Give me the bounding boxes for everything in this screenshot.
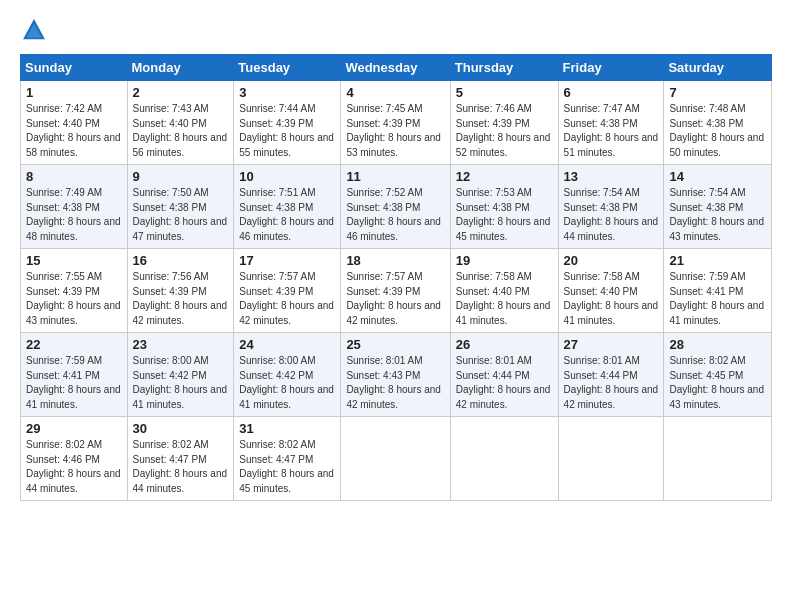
weekday-header-cell: Sunday — [21, 55, 128, 81]
day-number: 20 — [564, 253, 659, 268]
day-info: Sunrise: 8:02 AMSunset: 4:45 PMDaylight:… — [669, 355, 764, 410]
weekday-header-cell: Monday — [127, 55, 234, 81]
logo-icon — [20, 16, 48, 44]
calendar-cell: 7 Sunrise: 7:48 AMSunset: 4:38 PMDayligh… — [664, 81, 772, 165]
day-number: 25 — [346, 337, 444, 352]
weekday-header-cell: Saturday — [664, 55, 772, 81]
calendar-cell — [558, 417, 664, 501]
calendar-cell: 30 Sunrise: 8:02 AMSunset: 4:47 PMDaylig… — [127, 417, 234, 501]
calendar-cell — [450, 417, 558, 501]
day-number: 12 — [456, 169, 553, 184]
calendar-cell: 5 Sunrise: 7:46 AMSunset: 4:39 PMDayligh… — [450, 81, 558, 165]
calendar-cell: 16 Sunrise: 7:56 AMSunset: 4:39 PMDaylig… — [127, 249, 234, 333]
day-number: 24 — [239, 337, 335, 352]
calendar-cell — [664, 417, 772, 501]
day-number: 13 — [564, 169, 659, 184]
day-info: Sunrise: 7:47 AMSunset: 4:38 PMDaylight:… — [564, 103, 659, 158]
calendar-cell: 17 Sunrise: 7:57 AMSunset: 4:39 PMDaylig… — [234, 249, 341, 333]
page-header — [20, 16, 772, 44]
day-number: 18 — [346, 253, 444, 268]
calendar-cell: 1 Sunrise: 7:42 AMSunset: 4:40 PMDayligh… — [21, 81, 128, 165]
day-number: 4 — [346, 85, 444, 100]
day-info: Sunrise: 7:46 AMSunset: 4:39 PMDaylight:… — [456, 103, 551, 158]
day-number: 27 — [564, 337, 659, 352]
day-info: Sunrise: 7:58 AMSunset: 4:40 PMDaylight:… — [564, 271, 659, 326]
calendar-cell: 15 Sunrise: 7:55 AMSunset: 4:39 PMDaylig… — [21, 249, 128, 333]
calendar-cell: 18 Sunrise: 7:57 AMSunset: 4:39 PMDaylig… — [341, 249, 450, 333]
calendar-table: SundayMondayTuesdayWednesdayThursdayFrid… — [20, 54, 772, 501]
weekday-header-cell: Tuesday — [234, 55, 341, 81]
day-number: 29 — [26, 421, 122, 436]
day-number: 30 — [133, 421, 229, 436]
logo — [20, 16, 52, 44]
calendar-cell: 4 Sunrise: 7:45 AMSunset: 4:39 PMDayligh… — [341, 81, 450, 165]
day-info: Sunrise: 7:54 AMSunset: 4:38 PMDaylight:… — [564, 187, 659, 242]
calendar-cell: 21 Sunrise: 7:59 AMSunset: 4:41 PMDaylig… — [664, 249, 772, 333]
calendar-cell: 10 Sunrise: 7:51 AMSunset: 4:38 PMDaylig… — [234, 165, 341, 249]
day-number: 21 — [669, 253, 766, 268]
calendar-week-row: 29 Sunrise: 8:02 AMSunset: 4:46 PMDaylig… — [21, 417, 772, 501]
day-number: 3 — [239, 85, 335, 100]
calendar-cell: 31 Sunrise: 8:02 AMSunset: 4:47 PMDaylig… — [234, 417, 341, 501]
calendar-cell: 9 Sunrise: 7:50 AMSunset: 4:38 PMDayligh… — [127, 165, 234, 249]
calendar-cell: 6 Sunrise: 7:47 AMSunset: 4:38 PMDayligh… — [558, 81, 664, 165]
weekday-header-cell: Wednesday — [341, 55, 450, 81]
day-info: Sunrise: 7:45 AMSunset: 4:39 PMDaylight:… — [346, 103, 441, 158]
calendar-week-row: 1 Sunrise: 7:42 AMSunset: 4:40 PMDayligh… — [21, 81, 772, 165]
day-number: 8 — [26, 169, 122, 184]
calendar-cell: 12 Sunrise: 7:53 AMSunset: 4:38 PMDaylig… — [450, 165, 558, 249]
day-number: 2 — [133, 85, 229, 100]
day-info: Sunrise: 7:58 AMSunset: 4:40 PMDaylight:… — [456, 271, 551, 326]
day-info: Sunrise: 8:01 AMSunset: 4:44 PMDaylight:… — [564, 355, 659, 410]
day-info: Sunrise: 7:53 AMSunset: 4:38 PMDaylight:… — [456, 187, 551, 242]
day-info: Sunrise: 7:42 AMSunset: 4:40 PMDaylight:… — [26, 103, 121, 158]
weekday-header-row: SundayMondayTuesdayWednesdayThursdayFrid… — [21, 55, 772, 81]
calendar-week-row: 15 Sunrise: 7:55 AMSunset: 4:39 PMDaylig… — [21, 249, 772, 333]
calendar-cell: 27 Sunrise: 8:01 AMSunset: 4:44 PMDaylig… — [558, 333, 664, 417]
day-number: 10 — [239, 169, 335, 184]
day-number: 31 — [239, 421, 335, 436]
calendar-cell: 13 Sunrise: 7:54 AMSunset: 4:38 PMDaylig… — [558, 165, 664, 249]
calendar-cell: 22 Sunrise: 7:59 AMSunset: 4:41 PMDaylig… — [21, 333, 128, 417]
calendar-cell: 23 Sunrise: 8:00 AMSunset: 4:42 PMDaylig… — [127, 333, 234, 417]
calendar-cell: 19 Sunrise: 7:58 AMSunset: 4:40 PMDaylig… — [450, 249, 558, 333]
day-info: Sunrise: 7:48 AMSunset: 4:38 PMDaylight:… — [669, 103, 764, 158]
day-number: 22 — [26, 337, 122, 352]
day-number: 23 — [133, 337, 229, 352]
day-info: Sunrise: 8:02 AMSunset: 4:47 PMDaylight:… — [239, 439, 334, 494]
day-number: 28 — [669, 337, 766, 352]
day-number: 19 — [456, 253, 553, 268]
day-info: Sunrise: 7:57 AMSunset: 4:39 PMDaylight:… — [239, 271, 334, 326]
day-number: 14 — [669, 169, 766, 184]
day-info: Sunrise: 7:50 AMSunset: 4:38 PMDaylight:… — [133, 187, 228, 242]
calendar-cell: 2 Sunrise: 7:43 AMSunset: 4:40 PMDayligh… — [127, 81, 234, 165]
day-info: Sunrise: 7:54 AMSunset: 4:38 PMDaylight:… — [669, 187, 764, 242]
day-info: Sunrise: 8:01 AMSunset: 4:43 PMDaylight:… — [346, 355, 441, 410]
day-info: Sunrise: 7:59 AMSunset: 4:41 PMDaylight:… — [26, 355, 121, 410]
weekday-header-cell: Thursday — [450, 55, 558, 81]
day-number: 9 — [133, 169, 229, 184]
day-info: Sunrise: 7:57 AMSunset: 4:39 PMDaylight:… — [346, 271, 441, 326]
day-info: Sunrise: 7:59 AMSunset: 4:41 PMDaylight:… — [669, 271, 764, 326]
day-number: 7 — [669, 85, 766, 100]
day-info: Sunrise: 8:00 AMSunset: 4:42 PMDaylight:… — [133, 355, 228, 410]
day-number: 15 — [26, 253, 122, 268]
day-info: Sunrise: 8:00 AMSunset: 4:42 PMDaylight:… — [239, 355, 334, 410]
day-number: 26 — [456, 337, 553, 352]
day-info: Sunrise: 8:02 AMSunset: 4:47 PMDaylight:… — [133, 439, 228, 494]
calendar-cell: 26 Sunrise: 8:01 AMSunset: 4:44 PMDaylig… — [450, 333, 558, 417]
day-info: Sunrise: 7:51 AMSunset: 4:38 PMDaylight:… — [239, 187, 334, 242]
calendar-week-row: 22 Sunrise: 7:59 AMSunset: 4:41 PMDaylig… — [21, 333, 772, 417]
day-info: Sunrise: 7:43 AMSunset: 4:40 PMDaylight:… — [133, 103, 228, 158]
calendar-cell: 20 Sunrise: 7:58 AMSunset: 4:40 PMDaylig… — [558, 249, 664, 333]
calendar-cell: 29 Sunrise: 8:02 AMSunset: 4:46 PMDaylig… — [21, 417, 128, 501]
day-info: Sunrise: 8:02 AMSunset: 4:46 PMDaylight:… — [26, 439, 121, 494]
calendar-cell: 28 Sunrise: 8:02 AMSunset: 4:45 PMDaylig… — [664, 333, 772, 417]
calendar-cell: 3 Sunrise: 7:44 AMSunset: 4:39 PMDayligh… — [234, 81, 341, 165]
weekday-header-cell: Friday — [558, 55, 664, 81]
day-info: Sunrise: 8:01 AMSunset: 4:44 PMDaylight:… — [456, 355, 551, 410]
calendar-cell: 24 Sunrise: 8:00 AMSunset: 4:42 PMDaylig… — [234, 333, 341, 417]
day-number: 11 — [346, 169, 444, 184]
day-number: 16 — [133, 253, 229, 268]
day-info: Sunrise: 7:49 AMSunset: 4:38 PMDaylight:… — [26, 187, 121, 242]
